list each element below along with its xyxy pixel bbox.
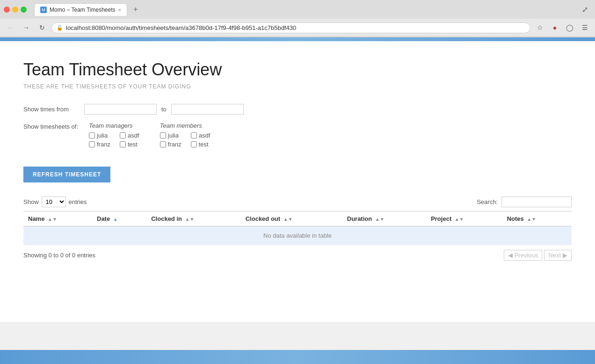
member-test-checkbox[interactable]: [191, 141, 197, 147]
next-label: Next: [548, 252, 561, 259]
member-julia-checkbox[interactable]: [160, 132, 166, 138]
table-controls: Show 10 25 50 100 entries Search:: [23, 197, 572, 207]
back-button[interactable]: ←: [4, 21, 17, 34]
member-asdf-checkbox[interactable]: [191, 132, 197, 138]
col-clocked-out[interactable]: Clocked out ▲▼: [241, 211, 342, 226]
to-label: to: [161, 106, 167, 113]
show-times-label: Show times from: [23, 106, 80, 113]
to-date-input[interactable]: [171, 104, 244, 115]
team-managers-group: Team managers julia asdf franz: [89, 122, 141, 148]
profile-button[interactable]: ●: [548, 21, 561, 34]
team-members-group: Team members julia asdf franz: [160, 122, 212, 148]
manager-franz-checkbox[interactable]: [89, 141, 95, 147]
minimize-window-button[interactable]: [12, 7, 18, 13]
entries-select[interactable]: 10 25 50 100: [42, 197, 66, 207]
member-asdf-label: asdf: [199, 132, 210, 139]
forward-button[interactable]: →: [20, 21, 33, 34]
manager-asdf-label: asdf: [128, 132, 139, 139]
col-project-label: Project: [431, 215, 451, 222]
team-members-title: Team members: [160, 122, 212, 129]
next-icon: ▶: [563, 252, 567, 259]
entries-label: entries: [69, 198, 87, 205]
maximize-window-button[interactable]: [21, 7, 27, 13]
timesheets-of-row: Show timesheets of: Team managers julia …: [23, 122, 572, 148]
search-input[interactable]: [501, 197, 572, 207]
tab-close-button[interactable]: ×: [118, 7, 121, 13]
page-title: Team Timesheet Overview: [23, 60, 572, 80]
window-controls: [4, 7, 27, 13]
col-duration-label: Duration: [347, 215, 372, 222]
prev-label: Previous: [515, 252, 538, 259]
manager-asdf-item[interactable]: asdf: [120, 132, 141, 139]
pagination: ◀ Previous Next ▶: [504, 250, 572, 261]
col-clocked-in-sort-icon: ▲▼: [185, 217, 195, 222]
page-subtitle: THESE ARE THE TIMESHEETS OF YOUR TEAM DI…: [23, 83, 572, 90]
team-groups: Team managers julia asdf franz: [89, 122, 212, 148]
page-content: Team Timesheet Overview THESE ARE THE TI…: [0, 41, 595, 322]
col-clocked-in[interactable]: Clocked in ▲▼: [146, 211, 240, 226]
col-clocked-in-label: Clocked in: [151, 215, 182, 222]
filter-section: Show times from to Show timesheets of: T…: [23, 104, 572, 148]
table-header-row: Name ▲▼ Date ▲ Clocked in ▲▼ Clocked out…: [23, 211, 572, 226]
manager-asdf-checkbox[interactable]: [120, 132, 126, 138]
member-julia-label: julia: [168, 132, 179, 139]
search-label: Search:: [477, 198, 498, 205]
from-date-input[interactable]: [84, 104, 157, 115]
manager-franz-label: franz: [97, 141, 110, 148]
lock-icon: 🔓: [57, 25, 63, 31]
team-managers-title: Team managers: [89, 122, 141, 129]
next-button[interactable]: Next ▶: [544, 250, 572, 261]
refresh-timesheet-button[interactable]: REFRESH TIMESHEET: [23, 167, 110, 182]
browser-chrome: M Momo – Team Timesheets × + ⤢ ← → ↻ 🔓 ☆…: [0, 0, 595, 37]
previous-button[interactable]: ◀ Previous: [504, 250, 543, 261]
resize-button[interactable]: ⤢: [578, 3, 591, 16]
manager-franz-item[interactable]: franz: [89, 141, 110, 148]
col-date[interactable]: Date ▲: [92, 211, 146, 226]
time-range-row: Show times from to: [23, 104, 572, 115]
col-duration[interactable]: Duration ▲▼: [342, 211, 426, 226]
browser-tab[interactable]: M Momo – Team Timesheets ×: [34, 3, 127, 16]
member-franz-checkbox[interactable]: [160, 141, 166, 147]
no-data-row: No data available in table: [23, 226, 572, 245]
member-julia-item[interactable]: julia: [160, 132, 181, 139]
manager-test-item[interactable]: test: [120, 141, 141, 148]
menu-button[interactable]: ☰: [578, 21, 591, 34]
new-tab-button[interactable]: +: [129, 3, 142, 16]
show-timesheets-label: Show timesheets of:: [23, 122, 80, 130]
browser-toolbar: ← → ↻ 🔓 ☆ ● ◯ ☰: [0, 19, 595, 37]
address-input[interactable]: [66, 24, 525, 31]
data-table: Name ▲▼ Date ▲ Clocked in ▲▼ Clocked out…: [23, 211, 572, 245]
tab-title: Momo – Team Timesheets: [50, 7, 116, 13]
col-project-sort-icon: ▲▼: [455, 217, 464, 222]
manager-julia-label: julia: [97, 132, 108, 139]
sync-button[interactable]: ◯: [563, 21, 576, 34]
show-entries: Show 10 25 50 100 entries: [23, 197, 87, 207]
manager-test-label: test: [128, 141, 138, 148]
col-clocked-out-sort-icon: ▲▼: [283, 217, 293, 222]
col-notes-sort-icon: ▲▼: [527, 217, 536, 222]
bookmark-button[interactable]: ☆: [533, 21, 546, 34]
search-box: Search:: [477, 197, 572, 207]
close-window-button[interactable]: [4, 7, 10, 13]
col-project[interactable]: Project ▲▼: [426, 211, 502, 226]
manager-test-checkbox[interactable]: [120, 141, 126, 147]
reload-button[interactable]: ↻: [36, 21, 49, 34]
manager-julia-item[interactable]: julia: [89, 132, 110, 139]
col-notes[interactable]: Notes ▲▼: [502, 211, 572, 226]
showing-label: Showing 0 to 0 of 0 entries: [23, 252, 95, 259]
col-name-label: Name: [28, 215, 44, 222]
col-notes-label: Notes: [507, 215, 524, 222]
prev-icon: ◀: [508, 252, 513, 259]
address-bar: 🔓: [51, 22, 530, 33]
titlebar: M Momo – Team Timesheets × + ⤢: [0, 0, 595, 19]
member-franz-item[interactable]: franz: [160, 141, 181, 148]
col-clocked-out-label: Clocked out: [246, 215, 280, 222]
toolbar-actions: ☆ ● ◯ ☰: [533, 21, 591, 34]
table-footer: Showing 0 to 0 of 0 entries ◀ Previous N…: [23, 250, 572, 261]
member-test-item[interactable]: test: [191, 141, 212, 148]
member-franz-label: franz: [168, 141, 181, 148]
col-name[interactable]: Name ▲▼: [23, 211, 92, 226]
manager-julia-checkbox[interactable]: [89, 132, 95, 138]
member-asdf-item[interactable]: asdf: [191, 132, 212, 139]
tab-favicon: M: [40, 7, 47, 13]
